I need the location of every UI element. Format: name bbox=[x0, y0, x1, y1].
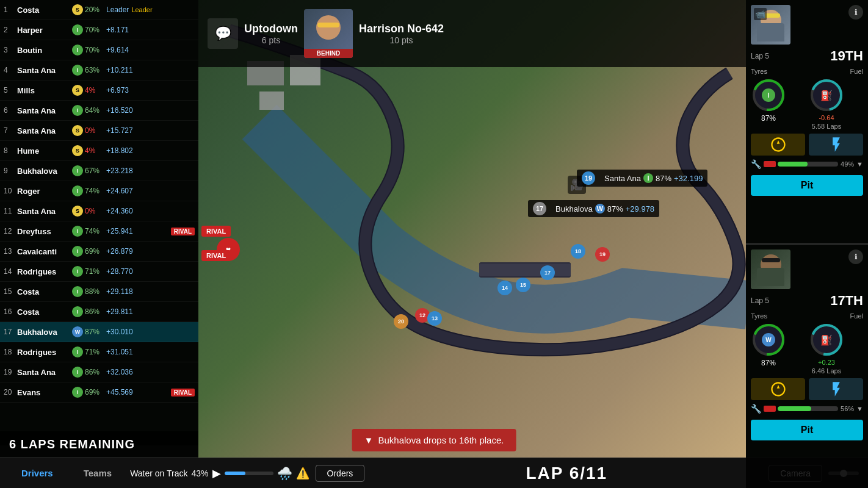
standing-row-6: 6 Santa Ana I 64% +16.520 bbox=[0, 101, 198, 121]
driver1-fuel-label: Fuel bbox=[850, 68, 863, 75]
driver1-card: 📹 ℹ Lap 5 19TH Tyres Fuel I 87% bbox=[746, 0, 868, 245]
driver1-header: 📹 ℹ bbox=[751, 5, 863, 45]
car-dot-18: 18 bbox=[571, 244, 585, 259]
driver2-fuel-gauge: ⛽ bbox=[809, 322, 844, 357]
standing-row-4: 4 Santa Ana I 63% +10.211 bbox=[0, 60, 198, 81]
map-rival-badge-1: RIVAL bbox=[201, 226, 231, 237]
driver1-lap: Lap 5 bbox=[751, 52, 769, 60]
driver1-pit-button[interactable]: Pit bbox=[751, 175, 863, 196]
driver1-repair-bar bbox=[778, 162, 808, 167]
map-area[interactable]: 14 15 17 18 19 12 13 20 ♥ RIVAL RIVAL 🎥 … bbox=[198, 0, 746, 458]
driver2-repair-icon: 🔧 bbox=[751, 404, 761, 414]
car-dot-19: 19 bbox=[595, 247, 610, 262]
harrison-info: Harrison No-642 10 pts bbox=[359, 23, 444, 45]
driver2-fuel-icon: ⛽ bbox=[820, 334, 833, 346]
water-indicator: Water on Track 43% ▶ 🌧️ ⚠️ bbox=[130, 466, 309, 481]
driver1-speed-btn[interactable] bbox=[751, 134, 805, 156]
car-dot-num: 20 bbox=[394, 314, 408, 329]
driver1-gauge-row: I 87% ⛽ -0.64 5.58 Laps bbox=[751, 77, 863, 130]
standing-row-18: 18 Rodrigues I 71% +31.051 bbox=[0, 342, 198, 362]
driver2-info-btn[interactable]: ℹ bbox=[848, 249, 863, 264]
water-bar bbox=[225, 472, 273, 475]
map-label-19: 19 Santa Ana I 87% +32.199 bbox=[577, 170, 707, 187]
notification-text: Bukhalova drops to 16th place. bbox=[378, 435, 504, 445]
standing-row-14: 14 Rodrigues I 71% +28.770 bbox=[0, 262, 198, 282]
standing-row-15: 15 Costa I 88% +29.118 bbox=[0, 282, 198, 302]
driver2-lap: Lap 5 bbox=[751, 296, 769, 305]
player-avatar: BEHIND bbox=[304, 9, 353, 58]
standing-row-8: 8 Hume S 4% +18.802 bbox=[0, 141, 198, 161]
standing-row-20: 20 Evans I 69% +45.569 RIVAL bbox=[0, 382, 198, 403]
driver1-tyre-pct: 87% bbox=[761, 114, 776, 123]
water-arrow[interactable]: ▶ bbox=[212, 467, 221, 480]
driver2-repair-bar-container bbox=[778, 406, 838, 411]
uptodown-info: Uptodown 6 pts bbox=[244, 23, 298, 45]
standing-row-9: 9 Bukhalova I 67% +23.218 bbox=[0, 161, 198, 181]
driver2-stats-row: Tyres Fuel bbox=[751, 312, 863, 320]
driver1-repair-icon: 🔧 bbox=[751, 159, 761, 169]
driver1-fuel-icon: ⛽ bbox=[820, 90, 833, 101]
driver2-avatar bbox=[751, 249, 790, 289]
driver1-stats-row: Tyres Fuel bbox=[751, 68, 863, 75]
car-dot-15: 15 bbox=[516, 278, 530, 292]
driver2-fuel-label: Fuel bbox=[850, 312, 863, 320]
driver2-tyres-label: Tyres bbox=[751, 312, 767, 320]
laps-remaining-text: 6 LAPS REMAINING bbox=[9, 437, 135, 451]
standings-panel: 1 Costa S 20% Leader Leader 2 Harper I 7… bbox=[0, 0, 198, 445]
driver2-repair-pct: 56% bbox=[841, 405, 854, 412]
right-panel: 📹 ℹ Lap 5 19TH Tyres Fuel I 87% bbox=[746, 0, 868, 488]
uptodown-name: Uptodown bbox=[244, 23, 298, 35]
tab-drivers[interactable]: Drivers bbox=[9, 464, 65, 482]
driver1-repair-bar-container bbox=[778, 162, 838, 167]
rain-icon: 🌧️ bbox=[277, 466, 292, 481]
standing-row-7: 7 Santa Ana S 0% +15.727 bbox=[0, 121, 198, 141]
driver2-speed-btn[interactable] bbox=[751, 378, 805, 400]
driver2-repair-bar bbox=[778, 406, 811, 411]
behind-badge: BEHIND bbox=[304, 49, 353, 58]
driver1-fuel-delta: -0.64 bbox=[819, 114, 834, 121]
chat-button[interactable]: 💬 bbox=[208, 18, 238, 49]
driver2-tyre-gauge: W bbox=[751, 322, 786, 357]
driver2-tyre-indicator: W bbox=[762, 333, 775, 346]
uptodown-pts: 6 pts bbox=[244, 35, 298, 45]
driver2-tyre-pct: 87% bbox=[761, 359, 776, 367]
bottom-bar: Drivers Teams Water on Track 43% ▶ 🌧️ ⚠️… bbox=[0, 458, 868, 488]
driver1-fuel-gauge: ⛽ bbox=[809, 77, 844, 113]
harrison-pts: 10 pts bbox=[359, 35, 444, 45]
driver2-repair-row: 🔧 56% ▼ bbox=[751, 404, 863, 414]
orders-button[interactable]: Orders bbox=[316, 465, 365, 482]
driver1-info-btn[interactable]: ℹ bbox=[848, 5, 863, 20]
driver1-repair-arrow[interactable]: ▼ bbox=[856, 160, 863, 168]
standing-row-13: 13 Cavalcanti I 69% +26.879 bbox=[0, 242, 198, 262]
notification-banner: ▼ Bukhalova drops to 16th place. bbox=[352, 429, 516, 451]
standing-row-17: 17 Bukhalova W 87% +30.010 bbox=[0, 322, 198, 342]
harrison-name: Harrison No-642 bbox=[359, 23, 444, 35]
car-dot-13: 13 bbox=[427, 311, 442, 326]
driver1-position: 19TH bbox=[830, 48, 863, 64]
video-icon-1[interactable]: 📹 bbox=[754, 8, 767, 20]
tab-teams[interactable]: Teams bbox=[71, 464, 124, 482]
driver2-pit-button[interactable]: Pit bbox=[751, 420, 863, 440]
driver1-tyre-indicator: I bbox=[762, 88, 775, 102]
water-pct: 43% bbox=[192, 468, 209, 478]
water-label: Water on Track bbox=[130, 468, 187, 478]
standing-row-11: 11 Santa Ana S 0% +24.360 bbox=[0, 201, 198, 221]
driver2-boost-btn[interactable] bbox=[809, 378, 863, 400]
driver1-tyres-label: Tyres bbox=[751, 68, 767, 75]
standing-row-19: 19 Santa Ana I 86% +32.036 bbox=[0, 362, 198, 382]
map-rival-badge-2: RIVAL bbox=[201, 250, 231, 261]
driver1-boost-btn[interactable] bbox=[809, 134, 863, 156]
driver1-tyre-gauge: I bbox=[751, 77, 786, 113]
svg-rect-1 bbox=[479, 264, 571, 276]
standing-row-2: 2 Harper I 70% +8.171 bbox=[0, 20, 198, 40]
driver2-repair-arrow[interactable]: ▼ bbox=[856, 405, 863, 412]
laps-banner: 6 LAPS REMAINING bbox=[0, 431, 198, 458]
standing-row-3: 3 Boutin I 70% +9.614 bbox=[0, 40, 198, 60]
driver1-fuel-laps: 5.58 Laps bbox=[812, 123, 841, 130]
standing-row-10: 10 Roger I 74% +24.607 bbox=[0, 181, 198, 201]
top-bar: 💬 Uptodown 6 pts BEHIND Harrison No-642 … bbox=[198, 0, 746, 67]
driver2-lap-pos: Lap 5 17TH bbox=[751, 293, 863, 309]
lap-display: LAP 6/11 bbox=[526, 464, 607, 483]
driver2-gauge-row: W 87% ⛽ +0.23 6.46 Laps bbox=[751, 322, 863, 375]
driver1-avatar: 📹 bbox=[751, 5, 790, 45]
